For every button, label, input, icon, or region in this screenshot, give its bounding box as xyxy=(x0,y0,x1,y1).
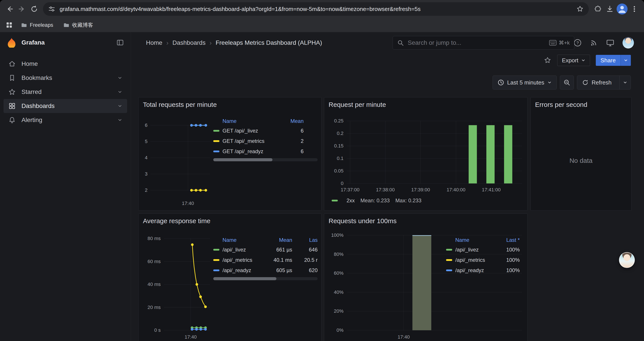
sidebar-item-bookmarks[interactable]: Bookmarks xyxy=(4,71,127,85)
assistant-avatar-overlay[interactable] xyxy=(619,252,635,268)
y-tick-label: 20 ms xyxy=(148,304,161,310)
user-avatar[interactable] xyxy=(622,37,634,49)
series-name[interactable]: /api/_readyz xyxy=(222,267,268,273)
favorite-star-icon[interactable] xyxy=(544,56,552,64)
legend-header: NameMeanLas xyxy=(213,236,318,244)
share-menu-chevron-icon[interactable] xyxy=(620,55,631,66)
reload-icon[interactable] xyxy=(28,3,40,15)
series-color-swatch xyxy=(213,151,220,152)
time-range-picker[interactable]: Last 5 minutes xyxy=(492,76,557,90)
chevron-down-icon[interactable] xyxy=(118,118,122,122)
series-value: 100% xyxy=(496,257,520,263)
series-name[interactable]: GET /api/_readyz xyxy=(222,148,277,154)
refresh-button[interactable]: Refresh xyxy=(577,76,631,90)
sidebar-item-starred[interactable]: Starred xyxy=(4,85,127,99)
export-button[interactable]: Export xyxy=(557,55,590,66)
breadcrumb-item[interactable]: Home xyxy=(146,39,162,46)
browser-window: grafana.mathmast.com/d/deytv4rwavabkb/fr… xyxy=(0,0,644,341)
home-icon xyxy=(8,60,16,68)
help-icon[interactable]: ? xyxy=(574,39,582,47)
panel-title[interactable]: Average response time xyxy=(143,217,210,225)
series-name[interactable]: GET /api/_livez xyxy=(222,128,277,134)
series-name[interactable]: /api/_readyz xyxy=(455,267,496,273)
breadcrumb-item[interactable]: Dashboards xyxy=(172,39,206,46)
legend-row[interactable]: /api/_readyz605 µs620 xyxy=(213,265,318,275)
legend-series-name[interactable]: 2xx xyxy=(346,197,355,204)
zoom-out-icon[interactable] xyxy=(560,76,574,90)
legend-row[interactable]: /api/_metrics100% xyxy=(446,255,520,265)
grafana-logo-icon[interactable] xyxy=(6,38,17,48)
bar-chart[interactable] xyxy=(347,121,522,183)
share-button[interactable]: Share xyxy=(596,55,631,66)
series-name[interactable]: GET /api/_metrics xyxy=(222,138,277,144)
legend-table: NameMeanLas/api/_livez661 µs646/api/_met… xyxy=(213,236,318,275)
legend-row[interactable]: GET /api/_livez6 xyxy=(213,126,318,136)
folder-icon xyxy=(20,22,27,28)
back-icon[interactable] xyxy=(4,3,16,15)
panel-title[interactable]: Total requests per minute xyxy=(143,101,217,108)
chevron-down-icon[interactable] xyxy=(118,76,122,80)
search-box[interactable]: ⌘+k xyxy=(392,36,574,50)
legend-row[interactable]: GET /api/_metrics2 xyxy=(213,136,318,146)
chevron-down-icon xyxy=(547,80,552,85)
breadcrumb-separator: › xyxy=(210,39,212,47)
search-input[interactable] xyxy=(407,39,546,47)
monitor-icon[interactable] xyxy=(606,38,615,47)
forward-icon[interactable] xyxy=(16,3,28,15)
y-tick-label: 3 xyxy=(145,171,148,177)
bookmark-item[interactable]: Freeleaps xyxy=(18,21,56,30)
legend-row[interactable]: /api/_readyz100% xyxy=(446,265,520,275)
extensions-icon[interactable] xyxy=(592,3,604,15)
clock-icon xyxy=(498,79,504,86)
downloads-icon[interactable] xyxy=(604,3,616,15)
refresh-interval-chevron-icon[interactable] xyxy=(620,76,631,89)
bookmark-item[interactable]: 收藏博客 xyxy=(60,20,96,30)
chevron-down-icon xyxy=(581,58,586,63)
scrollbar-thumb[interactable] xyxy=(213,277,276,280)
site-info-icon[interactable] xyxy=(48,5,56,13)
legend-row[interactable]: /api/_livez661 µs646 xyxy=(213,244,318,255)
chevron-down-icon[interactable] xyxy=(118,90,122,94)
sidebar-item-home[interactable]: Home xyxy=(4,57,127,71)
chevron-down-icon[interactable] xyxy=(118,104,122,108)
series-name[interactable]: /api/_livez xyxy=(222,247,268,253)
sidebar-item-dashboards[interactable]: Dashboards xyxy=(4,99,127,113)
legend-scrollbar[interactable] xyxy=(213,277,318,280)
refresh-icon xyxy=(582,79,588,86)
x-tick-label: 17:40:00 xyxy=(447,187,466,193)
line-chart[interactable] xyxy=(150,125,210,190)
x-tick-label: 17:40 xyxy=(182,201,194,206)
menu-kebab-icon[interactable] xyxy=(628,3,640,15)
sidebar-item-alerting[interactable]: Alerting xyxy=(4,113,127,127)
series-name[interactable]: /api/_metrics xyxy=(222,257,268,263)
series-color-swatch xyxy=(332,200,338,201)
y-axis: 100%80%60%40%20%0% xyxy=(324,235,344,330)
apps-grid-icon[interactable] xyxy=(4,20,14,30)
news-rss-icon[interactable] xyxy=(590,39,598,47)
legend-row[interactable]: /api/_metrics40.1 ms20.5 r xyxy=(213,255,318,265)
keyboard-icon xyxy=(549,40,556,46)
series-value: 6 xyxy=(277,128,304,134)
browser-profile-avatar[interactable] xyxy=(616,3,628,15)
bookmarks-list: Freeleaps收藏博客 xyxy=(18,20,96,30)
no-data-message: No data xyxy=(531,97,631,210)
legend-row[interactable]: /api/_livez100% xyxy=(446,244,520,255)
panel-title[interactable]: Request per minute xyxy=(328,101,386,108)
legend-row[interactable]: GET /api/_readyz6 xyxy=(213,146,318,156)
url-text[interactable]: grafana.mathmast.com/d/deytv4rwavabkb/fr… xyxy=(60,6,572,13)
legend-scrollbar[interactable] xyxy=(213,158,318,161)
sidebar-item-label: Dashboards xyxy=(22,103,54,110)
panel-request-per-minute: Request per minute 0.250.20.150.10.050 1… xyxy=(324,97,528,211)
dock-sidebar-icon[interactable] xyxy=(116,39,124,47)
series-name[interactable]: /api/_livez xyxy=(455,247,496,253)
y-tick-label: 0.15 xyxy=(334,143,344,149)
panel-title[interactable]: Requests under 100ms xyxy=(328,217,396,225)
bookmark-star-icon[interactable] xyxy=(576,5,584,13)
series-color-swatch xyxy=(213,249,220,251)
legend-swatch-spacer xyxy=(446,239,452,241)
y-axis: 0.250.20.150.10.050 xyxy=(324,121,344,183)
line-chart[interactable] xyxy=(164,238,210,330)
url-bar[interactable]: grafana.mathmast.com/d/deytv4rwavabkb/fr… xyxy=(43,2,589,16)
series-name[interactable]: /api/_metrics xyxy=(455,257,496,263)
scrollbar-thumb[interactable] xyxy=(213,158,272,161)
